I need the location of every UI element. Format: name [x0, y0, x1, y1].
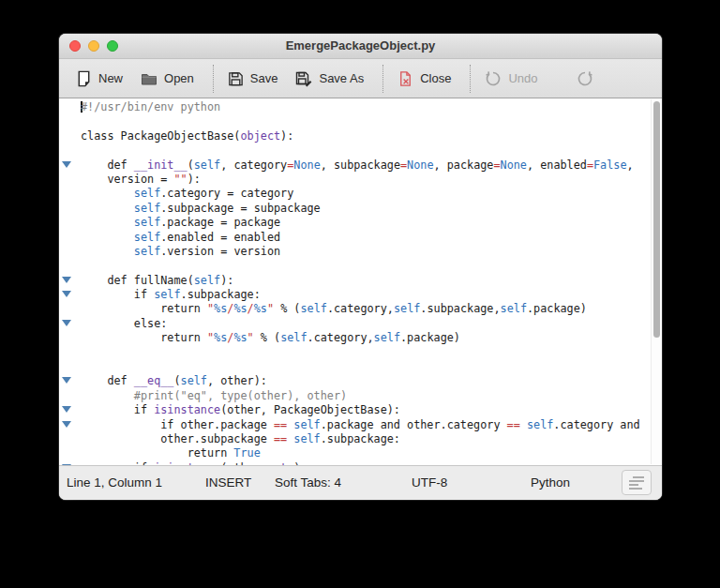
code-text: [81, 143, 662, 158]
code-line[interactable]: return "%s/%s" % (self.category,self.pac…: [59, 331, 662, 345]
code-line[interactable]: if isinstance(other, PackageObjectBase):: [59, 403, 662, 417]
code-line[interactable]: self.version = version: [59, 245, 662, 259]
code-line[interactable]: return True: [59, 446, 662, 460]
new-button-label: New: [98, 71, 123, 85]
code-line[interactable]: other.subpackage == self.subpackage:: [59, 432, 662, 446]
code-line[interactable]: def fullName(self):: [59, 274, 662, 288]
code-editor[interactable]: #!/usr/bin/env pythonclass PackageObject…: [59, 98, 662, 465]
code-line[interactable]: self.category = category: [59, 187, 662, 201]
fold-triangle-icon[interactable]: [62, 291, 71, 297]
new-button[interactable]: New: [75, 69, 123, 88]
app-window: EmergePackageObject.py New: [59, 34, 662, 500]
gutter-cell: [59, 360, 81, 374]
toolbar-separator: [470, 65, 471, 93]
code-line[interactable]: return "%s/%s/%s" % (self.category,self.…: [59, 302, 662, 316]
fold-triangle-icon[interactable]: [62, 421, 71, 428]
window-titlebar[interactable]: EmergePackageObject.py: [59, 34, 662, 59]
gutter-cell: [59, 114, 81, 128]
code-line[interactable]: else:: [59, 317, 662, 331]
code-line[interactable]: self.subpackage = subpackage: [59, 202, 662, 216]
code-line[interactable]: [59, 360, 662, 374]
gutter-cell: [59, 129, 81, 143]
code-line[interactable]: [59, 114, 662, 128]
screen-background: EmergePackageObject.py New: [0, 0, 720, 588]
code-text: def __eq__(self, other):: [81, 374, 662, 388]
fold-triangle-icon[interactable]: [62, 406, 71, 413]
code-text: return "%s/%s/%s" % (self.category,self.…: [81, 302, 662, 316]
code-text: self.enabled = enabled: [81, 231, 662, 245]
fold-triangle-icon[interactable]: [62, 161, 71, 168]
code-text: if other.package == self.package and oth…: [81, 418, 662, 432]
gutter-cell: [59, 389, 81, 403]
code-line[interactable]: #!/usr/bin/env python: [59, 100, 662, 114]
fold-triangle-icon[interactable]: [62, 277, 71, 283]
code-line[interactable]: version = ""):: [59, 173, 662, 187]
save-button[interactable]: Save: [227, 69, 278, 88]
gutter-cell: [59, 245, 81, 259]
new-document-icon: [75, 69, 93, 88]
code-line[interactable]: def __eq__(self, other):: [59, 374, 662, 388]
fold-triangle-icon[interactable]: [62, 377, 71, 384]
code-line[interactable]: [59, 346, 662, 360]
gutter-cell: [59, 100, 81, 114]
close-document-icon: [397, 69, 414, 88]
toolbar-separator: [213, 65, 214, 93]
language-status: Python: [531, 475, 570, 490]
code-line[interactable]: [59, 259, 662, 273]
gutter-cell: [59, 274, 81, 288]
code-line[interactable]: if other.package == self.package and oth…: [59, 418, 662, 432]
close-button-label: Close: [420, 71, 451, 85]
code-text: #!/usr/bin/env python: [81, 100, 662, 114]
redo-button[interactable]: [576, 69, 600, 88]
code-line[interactable]: class PackageObjectBase(object):: [59, 129, 662, 143]
code-line[interactable]: self.package = package: [59, 216, 662, 230]
open-folder-icon: [140, 69, 158, 88]
text-lines-icon[interactable]: [622, 470, 652, 495]
code-text: def fullName(self):: [81, 274, 662, 288]
code-line[interactable]: self.enabled = enabled: [59, 231, 662, 245]
insert-mode-status: INSERT: [205, 475, 251, 490]
undo-button-label: Undo: [508, 71, 537, 85]
code-text: if isinstance(other, PackageObjectBase):: [81, 403, 662, 417]
code-text: if self.subpackage:: [81, 288, 662, 302]
gutter-cell: [59, 317, 81, 331]
gutter-cell: [59, 259, 81, 273]
code-text: return "%s/%s" % (self.category,self.pac…: [81, 331, 662, 345]
gutter-cell: [59, 331, 81, 345]
gutter-cell: [59, 374, 81, 388]
encoding-status: UTF-8: [412, 475, 447, 490]
code-text: #print("eq", type(other), other): [81, 389, 662, 403]
open-button[interactable]: Open: [140, 69, 194, 88]
undo-button[interactable]: Undo: [484, 69, 537, 88]
floppy-pencil-icon: [294, 69, 313, 88]
code-text: [81, 360, 662, 374]
code-text: self.version = version: [81, 245, 662, 259]
close-button[interactable]: Close: [397, 69, 451, 88]
gutter-cell: [59, 158, 81, 173]
gutter-cell: [59, 143, 81, 158]
code-text: other.subpackage == self.subpackage:: [81, 432, 662, 446]
gutter-cell: [59, 202, 81, 216]
toolbar: New Open: [59, 59, 662, 98]
floppy-disk-icon: [227, 69, 245, 88]
fold-triangle-icon[interactable]: [62, 320, 71, 326]
gutter-cell: [59, 216, 81, 230]
code-text: def __init__(self, category=None, subpac…: [81, 158, 662, 173]
gutter-cell: [59, 288, 81, 302]
code-line[interactable]: if self.subpackage:: [59, 288, 662, 302]
save-as-button-label: Save As: [319, 71, 364, 85]
scrollbar-thumb[interactable]: [653, 101, 660, 338]
code-line[interactable]: #print("eq", type(other), other): [59, 389, 662, 403]
save-as-button[interactable]: Save As: [294, 69, 364, 88]
open-button-label: Open: [164, 71, 194, 85]
window-title: EmergePackageObject.py: [59, 34, 662, 58]
code-line[interactable]: def __init__(self, category=None, subpac…: [59, 158, 662, 173]
code-lines-container: #!/usr/bin/env pythonclass PackageObject…: [59, 100, 662, 465]
code-text: self.subpackage = subpackage: [81, 202, 662, 216]
vertical-scrollbar[interactable]: [651, 99, 662, 464]
soft-tabs-status: Soft Tabs: 4: [275, 475, 341, 490]
code-line[interactable]: [59, 143, 662, 158]
code-text: self.category = category: [81, 187, 662, 201]
gutter-cell: [59, 346, 81, 360]
code-text: version = ""):: [81, 173, 662, 187]
